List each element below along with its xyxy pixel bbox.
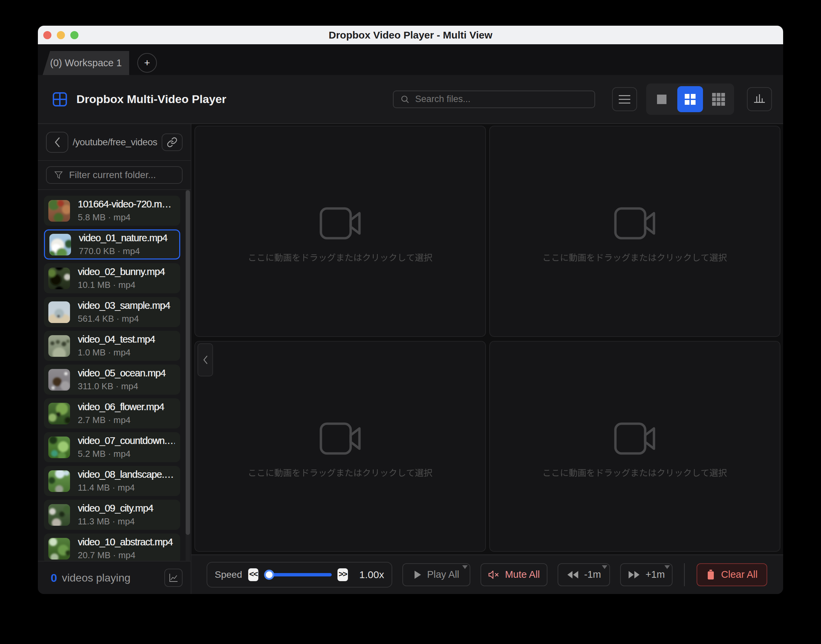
file-meta: 1.0 MB · mp4 [78,347,175,358]
app-header: Dropbox Multi-Video Player [38,75,783,124]
mute-all-label: Mute All [505,569,540,580]
file-meta: 10.1 MB · mp4 [78,280,175,290]
speed-slider-track [264,573,332,577]
file-meta: 2.7 MB · mp4 [78,415,175,425]
layout-switcher [646,83,734,115]
app-logo-grid-icon [53,92,67,106]
dropzone-caption [248,468,432,477]
rewind-label: -1m [584,569,601,580]
file-meta: 5.2 MB · mp4 [78,449,175,459]
video-thumbnail [48,335,70,357]
breadcrumb: /youtube/free_videos [68,137,161,148]
folder-path-row: /youtube/free_videos [38,124,191,161]
file-list-item[interactable]: video_09_city.mp4 11.3 MB · mp4 [44,500,180,530]
video-dropzone-2[interactable] [489,126,781,337]
dropdown-caret-icon [462,565,467,569]
stats-button[interactable] [747,87,772,111]
file-list-item[interactable]: video_02_bunny.mp4 10.1 MB · mp4 [44,263,180,293]
file-meta: 11.4 MB · mp4 [78,483,175,493]
speed-slider[interactable] [264,568,332,581]
playing-count: 0 [51,571,57,584]
video-thumbnail [48,504,70,526]
video-dropzone-4[interactable] [489,341,781,552]
file-name: video_09_city.mp4 [78,503,175,514]
hamburger-menu-icon [618,94,631,104]
video-camera-icon [614,422,655,455]
speed-slider-knob[interactable] [264,570,274,580]
playing-label: videos playing [62,572,131,584]
file-list-item[interactable]: video_06_flower.mp4 2.7 MB · mp4 [44,399,180,428]
file-list-item[interactable]: video_10_abstract.mp4 20.7 MB · mp4 [44,534,180,561]
file-list: 101664-video-720.m… 5.8 MB · mp4 video_0… [38,190,191,561]
video-thumbnail [48,369,70,391]
file-list-menu-button[interactable] [612,87,637,111]
rewind-1m-button[interactable]: -1m [558,563,610,586]
video-thumbnail [48,538,70,560]
file-name: video_08_landscape.… [78,469,175,480]
play-all-label: Play All [427,569,459,580]
speed-down-button[interactable]: << [248,568,258,581]
file-list-item[interactable]: video_05_ocean.mp4 311.0 KB · mp4 [44,365,180,395]
layout-single-button[interactable] [649,86,675,112]
video-dropzone-1[interactable] [194,126,486,337]
file-list-item[interactable]: video_03_sample.mp4 561.4 KB · mp4 [44,297,180,327]
file-name: video_01_nature.mp4 [79,233,174,244]
add-workspace-button[interactable]: + [137,53,157,73]
forward-1m-button[interactable]: +1m [620,563,673,586]
filter-input[interactable] [69,170,174,181]
copy-link-button[interactable] [161,133,183,151]
search-input[interactable] [415,94,588,104]
file-list-item[interactable]: video_07_countdown.… 5.2 MB · mp4 [44,432,180,462]
workspace-tabbar: (0) Workspace 1 + [38,44,783,75]
file-list-item[interactable]: video_01_nature.mp4 770.0 KB · mp4 [44,229,180,259]
layout-nine-button[interactable] [706,86,732,112]
layout-quad-button[interactable] [677,86,703,112]
play-icon [414,570,422,580]
back-button[interactable] [46,132,68,153]
file-list-item[interactable]: 101664-video-720.m… 5.8 MB · mp4 [44,196,180,226]
file-list-item[interactable]: video_08_landscape.… 11.4 MB · mp4 [44,466,180,496]
file-meta: 11.3 MB · mp4 [78,516,175,527]
dropdown-caret-icon [664,565,670,569]
search-box [393,90,595,108]
dropzone-caption [543,253,727,262]
dropdown-caret-icon [602,565,607,569]
layout-1x1-icon [656,94,667,105]
video-camera-icon [320,207,361,239]
tab-workspace-1[interactable]: (0) Workspace 1 [43,51,129,75]
file-name: video_07_countdown.… [78,435,175,446]
speed-control: Speed << >> 1.00x [207,562,392,587]
mute-all-button[interactable]: Mute All [481,563,547,586]
activity-button[interactable] [165,569,183,587]
plus-icon: + [144,57,150,69]
video-thumbnail [48,200,70,222]
controls-divider [684,563,685,586]
line-chart-icon [168,573,178,583]
sidebar-collapse-handle[interactable] [197,343,213,376]
file-list-item[interactable]: video_04_test.mp4 1.0 MB · mp4 [44,331,180,361]
speed-value: 1.00x [360,569,384,581]
file-name: video_06_flower.mp4 [78,402,175,412]
video-thumbnail [48,470,70,492]
play-all-button[interactable]: Play All [402,563,470,586]
link-icon [167,137,178,148]
file-meta: 561.4 KB · mp4 [78,314,175,324]
filter-row [38,161,191,190]
speed-up-button[interactable]: >> [337,568,347,581]
video-camera-icon [320,422,361,455]
clear-all-button[interactable]: Clear All [696,563,767,586]
app-window: Dropbox Video Player - Multi View (0) Wo… [38,26,783,594]
file-name: video_02_bunny.mp4 [78,266,175,278]
file-name: video_05_ocean.mp4 [78,368,175,379]
dropzone-caption [248,253,432,262]
window-title: Dropbox Video Player - Multi View [38,29,783,41]
video-grid [191,124,783,555]
file-meta: 20.7 MB · mp4 [78,550,175,561]
chevron-left-icon [54,137,60,148]
video-dropzone-3[interactable] [194,341,486,552]
filter-box [46,166,183,184]
page-title: Dropbox Multi-Video Player [77,93,226,106]
file-list-scrollbar-thumb[interactable] [186,190,190,535]
video-thumbnail [49,234,71,255]
speed-label: Speed [215,569,242,580]
